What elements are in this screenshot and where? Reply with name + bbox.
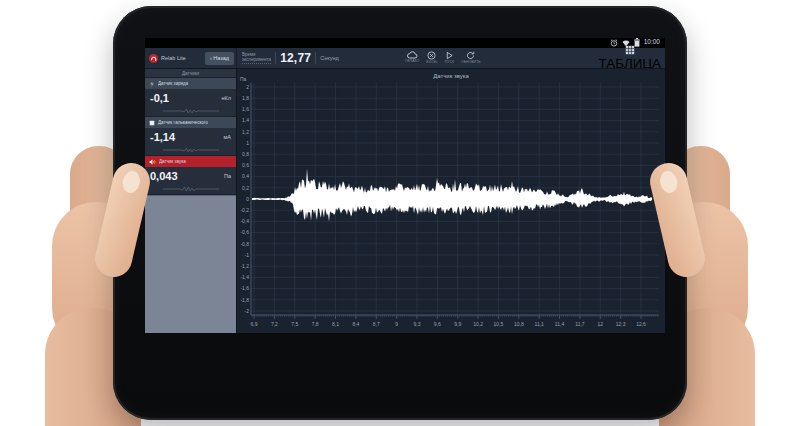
svg-text:12: 12 — [597, 321, 603, 327]
sensor-card-galvanic[interactable]: Датчик гальванического -1,14 мА — [145, 117, 236, 156]
svg-text:7,2: 7,2 — [271, 321, 278, 327]
table-grid-icon — [625, 45, 635, 55]
svg-text:11,7: 11,7 — [575, 321, 585, 327]
svg-text:0,6: 0,6 — [242, 162, 249, 168]
svg-text:0: 0 — [246, 196, 249, 202]
svg-text:0,8: 0,8 — [242, 151, 249, 157]
sensor-card-sound[interactable]: Датчик звука 0,043 Па — [145, 156, 236, 195]
svg-text:11,1: 11,1 — [534, 321, 544, 327]
sensor-unit: нКл — [222, 95, 231, 101]
experiment-time-value: 12,77 — [280, 51, 311, 65]
svg-text:1,8: 1,8 — [242, 95, 249, 101]
galvanic-sensor-icon — [149, 120, 155, 126]
experiment-time-unit: Секунд — [320, 55, 339, 61]
svg-text:-1,2: -1,2 — [240, 263, 249, 269]
svg-text:-1,6: -1,6 — [240, 285, 249, 291]
svg-text:11,4: 11,4 — [555, 321, 565, 327]
sensor-name: Датчик гальванического — [158, 120, 208, 125]
svg-text:2: 2 — [246, 84, 249, 90]
brand-zone: Relab Lite ‹ Назад — [145, 48, 237, 68]
svg-text:8,4: 8,4 — [352, 321, 359, 327]
svg-text:10,2: 10,2 — [473, 321, 483, 327]
cloud-button[interactable]: ОБЛАКО — [405, 51, 419, 65]
sensor-value-row: -1,14 мА — [145, 128, 236, 145]
chart-title: Датчик звука — [237, 73, 665, 79]
svg-text:1,4: 1,4 — [242, 117, 249, 123]
sidebar-title: Датчики — [145, 69, 236, 78]
charge-sensor-icon — [149, 81, 155, 87]
sensor-sparkline — [145, 145, 236, 155]
svg-text:7,8: 7,8 — [312, 321, 319, 327]
tablet-device: 10:00 Relab Lite ‹ Назад Время экспериме… — [113, 6, 687, 420]
svg-text:9,3: 9,3 — [414, 321, 421, 327]
sensor-value: 0,043 — [150, 170, 178, 182]
svg-text:-1,4: -1,4 — [240, 274, 249, 280]
svg-text:-1,8: -1,8 — [240, 297, 249, 303]
sensor-value-row: 0,043 Па — [145, 167, 236, 184]
svg-text:7,5: 7,5 — [291, 321, 298, 327]
sensor-value: -1,14 — [150, 131, 175, 143]
right-thumb-nail — [658, 169, 680, 194]
relab-logo-icon — [149, 54, 158, 63]
experiment-time-block: Время эксперимента 12,77 Секунд — [237, 48, 344, 68]
sidebar-empty-panel — [145, 195, 236, 333]
sensor-sidebar: Датчики Датчик заряда -0,1 нКл — [145, 69, 237, 333]
sensor-card-header-selected: Датчик звука — [145, 156, 236, 167]
sensor-card-header: Датчик заряда — [145, 78, 236, 89]
refresh-button[interactable]: ОБНОВИТЬ — [461, 51, 481, 65]
table-view-button[interactable]: ТАБЛИЦА — [599, 45, 661, 71]
divider — [315, 52, 316, 64]
app-title: Relab Lite — [161, 55, 186, 61]
divider — [275, 52, 276, 64]
svg-text:10,5: 10,5 — [494, 321, 504, 327]
svg-text:6,9: 6,9 — [251, 321, 258, 327]
sensor-value-row: -0,1 нКл — [145, 89, 236, 106]
cloud-icon — [407, 51, 418, 59]
svg-text:8,7: 8,7 — [373, 321, 380, 327]
main-content: Датчики Датчик заряда -0,1 нКл — [145, 69, 665, 333]
svg-text:-2: -2 — [245, 308, 250, 314]
sound-chart[interactable]: 21,81,61,41,210,80,60,40,20-0,2-0,4-0,6-… — [237, 69, 665, 333]
sensor-unit: мА — [224, 134, 231, 140]
svg-text:8,1: 8,1 — [332, 321, 339, 327]
experiment-time-label: Время эксперимента — [242, 52, 271, 64]
back-button[interactable]: ‹ Назад — [205, 52, 234, 65]
excel-icon — [427, 51, 436, 60]
start-button[interactable]: ПУСК — [445, 51, 454, 65]
sensor-unit: Па — [224, 173, 231, 179]
svg-text:12,6: 12,6 — [636, 321, 646, 327]
svg-text:-0,8: -0,8 — [240, 241, 249, 247]
svg-text:1,6: 1,6 — [242, 106, 249, 112]
svg-text:12,3: 12,3 — [616, 321, 626, 327]
svg-text:0,4: 0,4 — [242, 173, 249, 179]
left-thumb-nail — [121, 169, 143, 194]
sensor-card-charge[interactable]: Датчик заряда -0,1 нКл — [145, 78, 236, 117]
sensor-sparkline — [145, 106, 236, 116]
photo-stage: 10:00 Relab Lite ‹ Назад Время экспериме… — [0, 0, 800, 426]
toolbar-actions: ОБЛАКО EXCEL ПУСК — [405, 51, 481, 65]
svg-text:9,9: 9,9 — [454, 321, 461, 327]
sensor-value: -0,1 — [150, 92, 169, 104]
excel-export-button[interactable]: EXCEL — [426, 51, 437, 65]
android-status-bar: 10:00 — [145, 38, 665, 48]
sensor-name: Датчик заряда — [158, 81, 188, 86]
refresh-icon — [466, 51, 475, 60]
svg-text:0,2: 0,2 — [242, 185, 249, 191]
sensor-sparkline — [145, 184, 236, 194]
svg-text:-1: -1 — [245, 252, 250, 258]
svg-text:-0,2: -0,2 — [240, 207, 249, 213]
svg-text:1: 1 — [246, 140, 249, 146]
svg-text:9,6: 9,6 — [434, 321, 441, 327]
chart-y-axis-label: Па — [240, 76, 246, 82]
sound-chart-svg[interactable]: 21,81,61,41,210,80,60,40,20-0,2-0,4-0,6-… — [237, 69, 665, 333]
svg-text:-0,6: -0,6 — [240, 229, 249, 235]
tablet-screen: 10:00 Relab Lite ‹ Назад Время экспериме… — [145, 38, 665, 333]
sound-sensor-icon — [149, 159, 156, 165]
app-header-bar: Relab Lite ‹ Назад Время эксперимента 12… — [145, 48, 665, 69]
svg-text:10,8: 10,8 — [514, 321, 524, 327]
svg-text:1,2: 1,2 — [242, 129, 249, 135]
sensor-card-header: Датчик гальванического — [145, 117, 236, 128]
play-icon — [445, 51, 454, 60]
sensor-name: Датчик звука — [159, 159, 186, 164]
svg-text:9: 9 — [395, 321, 398, 327]
